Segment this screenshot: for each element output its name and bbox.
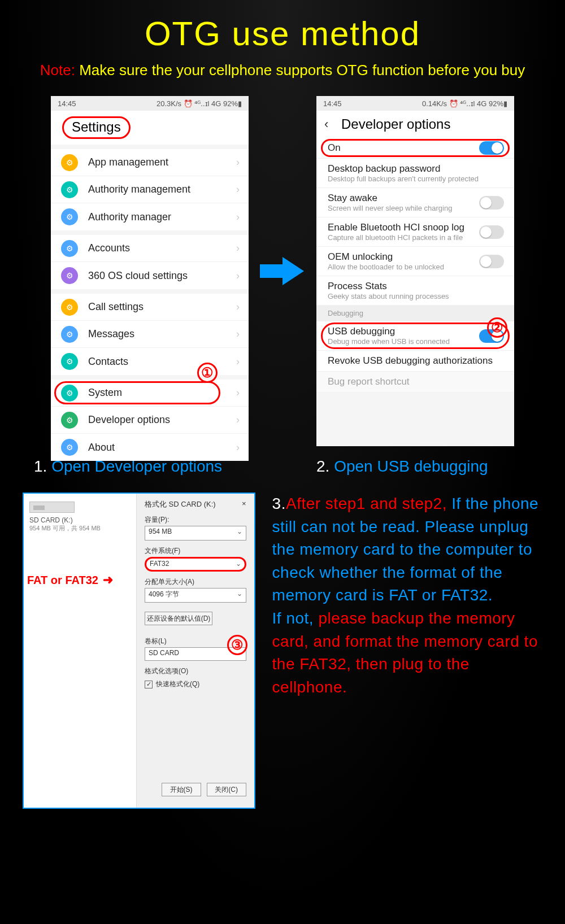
start-button[interactable]: 开始(S) <box>162 783 201 796</box>
allocation-select[interactable]: 4096 字节 <box>145 588 246 603</box>
options-label: 格式化选项(O) <box>145 666 246 676</box>
toggle-switch[interactable] <box>479 141 504 155</box>
status-indicators: 20.3K/s ⏰ ⁴ᴳ..ɪl 4G 92%▮ <box>157 99 242 108</box>
note-line: Note: Make sure the your cellphone suppo… <box>0 62 565 96</box>
dev-item-subtitle: Geeky stats about running processes <box>328 292 503 300</box>
toggle-switch[interactable] <box>479 255 504 268</box>
drive-icon[interactable] <box>29 502 75 513</box>
note-label: Note: <box>40 62 75 79</box>
dev-item-title: On <box>328 142 503 154</box>
settings-item[interactable]: ⚙System› <box>51 380 249 407</box>
dev-option-item[interactable]: Enable Bluetooth HCI snoop logCapture al… <box>316 217 514 247</box>
allocation-label: 分配单元大小(A) <box>145 577 246 587</box>
drive-title: SD CARD (K:) <box>29 516 131 524</box>
dev-item-title: Stay awake <box>328 193 503 204</box>
item-icon: ⚙ <box>61 353 78 370</box>
item-label: Call settings <box>88 301 238 313</box>
dev-option-item[interactable]: On <box>316 138 514 159</box>
item-icon: ⚙ <box>61 267 78 284</box>
step-badge-3: ③ <box>227 635 247 655</box>
chevron-right-icon: › <box>236 414 240 426</box>
item-icon: ⚙ <box>61 439 78 456</box>
settings-item[interactable]: ⚙Call settings› <box>51 294 249 321</box>
settings-item[interactable]: ⚙360 OS cloud settings› <box>51 262 249 289</box>
format-panel: FAT or FAT32 ➜ SD CARD (K:) 954 MB 可用，共 … <box>23 492 255 809</box>
caption-2: 2. Open USB debugging <box>294 457 554 476</box>
step3-blue2: If not, <box>272 609 319 627</box>
item-label: Messages <box>88 328 238 340</box>
close-button[interactable]: 关闭(C) <box>207 783 246 796</box>
filesystem-label: 文件系统(F) <box>145 546 246 556</box>
restore-defaults-button[interactable]: 还原设备的默认值(D) <box>145 612 212 625</box>
settings-item[interactable]: ⚙Messages› <box>51 321 249 348</box>
item-label: About <box>88 442 238 454</box>
settings-item[interactable]: ⚙Contacts› <box>51 348 249 375</box>
status-bar: 14:45 20.3K/s ⏰ ⁴ᴳ..ɪl 4G 92%▮ <box>51 96 249 111</box>
dev-option-item[interactable]: Desktop backup passwordDesktop full back… <box>316 159 514 188</box>
item-icon: ⚙ <box>61 181 78 198</box>
settings-item[interactable]: ⚙App management› <box>51 149 249 176</box>
dev-option-item[interactable]: Revoke USB debugging authorizations <box>316 351 514 372</box>
header-title: Developer options <box>341 116 450 132</box>
dev-item-subtitle: Desktop full backups aren't currently pr… <box>328 175 503 183</box>
toggle-knob <box>480 256 492 267</box>
dialog-title: 格式化 SD CARD (K:) <box>145 499 216 509</box>
dev-option-item[interactable]: OEM unlockingAllow the bootloader to be … <box>316 247 514 276</box>
phone-developer-options: 14:45 0.14K/s ⏰ ⁴ᴳ..ɪl 4G 92%▮ ‹ Develop… <box>316 96 514 446</box>
bottom-row: FAT or FAT32 ➜ SD CARD (K:) 954 MB 可用，共 … <box>0 492 565 809</box>
close-icon[interactable]: × <box>242 499 246 509</box>
quick-format-label: 快速格式化(Q) <box>156 679 199 689</box>
toggle-switch[interactable] <box>479 196 504 210</box>
back-icon[interactable]: ‹ <box>324 117 328 132</box>
dev-item-title: Process Stats <box>328 281 503 292</box>
dev-option-item[interactable]: Process StatsGeeky stats about running p… <box>316 276 514 306</box>
dev-option-item[interactable]: Bug report shortcut <box>316 372 514 393</box>
capacity-select[interactable]: 954 MB <box>145 526 246 541</box>
item-label: Developer options <box>88 414 238 426</box>
toggle-switch[interactable] <box>479 225 504 239</box>
item-icon: ⚙ <box>61 412 78 429</box>
step3-red1: After step1 and step2, <box>286 495 447 512</box>
caption-number: 2. <box>316 457 329 475</box>
chevron-right-icon: › <box>236 387 240 399</box>
toggle-knob <box>480 197 492 208</box>
status-indicators: 0.14K/s ⏰ ⁴ᴳ..ɪl 4G 92%▮ <box>422 99 507 108</box>
dialog-buttons: 开始(S) 关闭(C) <box>162 783 246 796</box>
chevron-right-icon: › <box>236 442 240 454</box>
settings-item[interactable]: ⚙Developer options› <box>51 407 249 434</box>
status-time: 14:45 <box>323 99 342 108</box>
chevron-right-icon: › <box>236 301 240 313</box>
format-left-pane: SD CARD (K:) 954 MB 可用，共 954 MB <box>24 494 137 808</box>
note-text: Make sure the your cellphone supports OT… <box>79 62 525 79</box>
chevron-right-icon: › <box>236 156 240 168</box>
settings-item[interactable]: ⚙About› <box>51 434 249 461</box>
drive-sub: 954 MB 可用，共 954 MB <box>29 524 131 533</box>
dev-item-subtitle: Debug mode when USB is connected <box>328 337 503 346</box>
dev-item-title: Desktop backup password <box>328 163 503 175</box>
phones-row: 14:45 20.3K/s ⏰ ⁴ᴳ..ɪl 4G 92%▮ Settings … <box>0 96 565 446</box>
step-badge-1: ① <box>197 363 218 383</box>
chevron-right-icon: › <box>236 184 240 195</box>
dev-option-item[interactable]: Stay awakeScreen will never sleep while … <box>316 188 514 217</box>
dev-item-subtitle: Screen will never sleep while charging <box>328 204 503 212</box>
caption-number: 1. <box>34 457 47 475</box>
section-debugging: Debugging <box>316 306 514 321</box>
item-label: 360 OS cloud settings <box>88 270 238 282</box>
step-badge-2: ② <box>487 317 507 338</box>
step3-number: 3. <box>272 495 286 512</box>
dev-item-subtitle: Allow the bootloader to be unlocked <box>328 263 503 271</box>
quick-format-checkbox[interactable]: ✓ 快速格式化(Q) <box>145 679 246 689</box>
capacity-label: 容量(P): <box>145 515 246 525</box>
settings-item[interactable]: ⚙Authority management› <box>51 176 249 203</box>
item-label: Authority management <box>88 184 238 195</box>
dev-item-title: Revoke USB debugging authorizations <box>328 355 503 367</box>
svg-marker-0 <box>260 257 304 285</box>
settings-item[interactable]: ⚙Accounts› <box>51 235 249 262</box>
dev-option-item[interactable]: USB debuggingDebug mode when USB is conn… <box>316 321 514 351</box>
chevron-right-icon: › <box>236 242 240 254</box>
filesystem-select[interactable]: FAT32 <box>145 557 246 572</box>
dev-item-title: Enable Bluetooth HCI snoop log <box>328 222 503 233</box>
item-icon: ⚙ <box>61 240 78 257</box>
item-label: Authority manager <box>88 211 238 223</box>
settings-item[interactable]: ⚙Authority manager› <box>51 203 249 230</box>
